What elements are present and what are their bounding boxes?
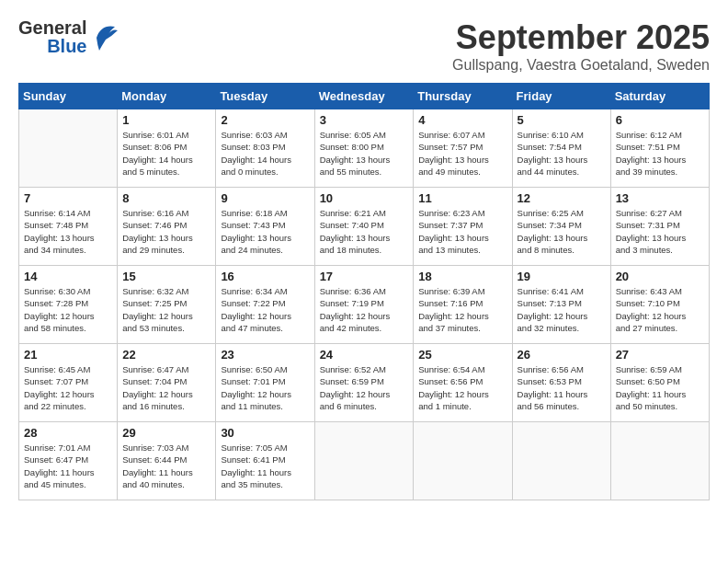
day-info: Sunrise: 6:01 AM Sunset: 8:06 PM Dayligh…: [122, 129, 210, 178]
day-number: 4: [418, 113, 506, 127]
day-info: Sunrise: 6:43 AM Sunset: 7:10 PM Dayligh…: [616, 285, 704, 334]
day-number: 19: [518, 270, 606, 283]
day-info: Sunrise: 6:05 AM Sunset: 8:00 PM Dayligh…: [320, 129, 409, 178]
day-info: Sunrise: 6:25 AM Sunset: 7:34 PM Dayligh…: [518, 207, 606, 256]
day-number: 13: [616, 191, 704, 205]
calendar-cell: 28Sunrise: 7:01 AM Sunset: 6:47 PM Dayli…: [19, 422, 118, 500]
calendar-cell: 21Sunrise: 6:45 AM Sunset: 7:07 PM Dayli…: [19, 344, 118, 422]
calendar-cell: 9Sunrise: 6:18 AM Sunset: 7:43 PM Daylig…: [216, 188, 314, 266]
day-info: Sunrise: 6:16 AM Sunset: 7:46 PM Dayligh…: [122, 207, 210, 256]
day-info: Sunrise: 6:52 AM Sunset: 6:59 PM Dayligh…: [320, 363, 409, 412]
day-info: Sunrise: 6:27 AM Sunset: 7:31 PM Dayligh…: [616, 207, 704, 256]
day-number: 27: [616, 348, 704, 362]
weekday-header-monday: Monday: [118, 84, 216, 109]
calendar-table: SundayMondayTuesdayWednesdayThursdayFrid…: [18, 83, 710, 500]
day-number: 14: [24, 270, 112, 283]
day-number: 1: [122, 113, 210, 127]
day-info: Sunrise: 6:14 AM Sunset: 7:48 PM Dayligh…: [24, 207, 112, 256]
calendar-cell: 24Sunrise: 6:52 AM Sunset: 6:59 PM Dayli…: [314, 344, 414, 422]
day-number: 6: [616, 113, 704, 127]
calendar-cell: 7Sunrise: 6:14 AM Sunset: 7:48 PM Daylig…: [19, 188, 118, 266]
calendar-cell: [512, 422, 610, 500]
day-info: Sunrise: 6:56 AM Sunset: 6:53 PM Dayligh…: [518, 363, 606, 412]
title-block: September 2025 Gullspang, Vaestra Goetal…: [452, 18, 710, 74]
calendar-cell: 12Sunrise: 6:25 AM Sunset: 7:34 PM Dayli…: [512, 188, 610, 266]
calendar-cell: 6Sunrise: 6:12 AM Sunset: 7:51 PM Daylig…: [610, 109, 709, 188]
calendar-cell: 18Sunrise: 6:39 AM Sunset: 7:16 PM Dayli…: [414, 266, 512, 344]
day-info: Sunrise: 6:34 AM Sunset: 7:22 PM Dayligh…: [221, 285, 309, 334]
logo-blue: Blue: [47, 37, 86, 55]
location-title: Gullspang, Vaestra Goetaland, Sweden: [452, 57, 710, 74]
calendar-cell: 4Sunrise: 6:07 AM Sunset: 7:57 PM Daylig…: [414, 109, 512, 188]
day-number: 28: [24, 426, 112, 440]
day-number: 24: [320, 348, 409, 362]
calendar-cell: 10Sunrise: 6:21 AM Sunset: 7:40 PM Dayli…: [314, 188, 414, 266]
calendar-cell: 11Sunrise: 6:23 AM Sunset: 7:37 PM Dayli…: [414, 188, 512, 266]
calendar-cell: 19Sunrise: 6:41 AM Sunset: 7:13 PM Dayli…: [512, 266, 610, 344]
day-info: Sunrise: 7:01 AM Sunset: 6:47 PM Dayligh…: [24, 442, 112, 490]
day-info: Sunrise: 6:12 AM Sunset: 7:51 PM Dayligh…: [616, 129, 704, 178]
day-info: Sunrise: 6:59 AM Sunset: 6:50 PM Dayligh…: [616, 363, 704, 412]
week-row-2: 7Sunrise: 6:14 AM Sunset: 7:48 PM Daylig…: [19, 188, 710, 266]
calendar-cell: 23Sunrise: 6:50 AM Sunset: 7:01 PM Dayli…: [216, 344, 314, 422]
day-number: 21: [24, 348, 112, 362]
calendar-cell: 26Sunrise: 6:56 AM Sunset: 6:53 PM Dayli…: [512, 344, 610, 422]
day-info: Sunrise: 6:07 AM Sunset: 7:57 PM Dayligh…: [418, 129, 506, 178]
calendar-cell: 2Sunrise: 6:03 AM Sunset: 8:03 PM Daylig…: [216, 109, 314, 188]
weekday-header-friday: Friday: [512, 84, 610, 109]
day-number: 12: [518, 191, 606, 205]
calendar-cell: 22Sunrise: 6:47 AM Sunset: 7:04 PM Dayli…: [118, 344, 216, 422]
weekday-header-tuesday: Tuesday: [216, 84, 314, 109]
day-number: 5: [518, 113, 606, 127]
day-info: Sunrise: 6:50 AM Sunset: 7:01 PM Dayligh…: [221, 363, 309, 412]
day-number: 11: [418, 191, 506, 205]
day-info: Sunrise: 7:03 AM Sunset: 6:44 PM Dayligh…: [122, 442, 210, 490]
calendar-cell: 30Sunrise: 7:05 AM Sunset: 6:41 PM Dayli…: [216, 422, 314, 500]
calendar-cell: 13Sunrise: 6:27 AM Sunset: 7:31 PM Dayli…: [610, 188, 709, 266]
logo-bird-icon: [92, 19, 119, 55]
day-info: Sunrise: 6:23 AM Sunset: 7:37 PM Dayligh…: [418, 207, 506, 256]
calendar-cell: [610, 422, 709, 500]
day-number: 9: [221, 191, 309, 205]
day-number: 10: [320, 191, 409, 205]
day-number: 30: [221, 426, 309, 440]
day-info: Sunrise: 6:41 AM Sunset: 7:13 PM Dayligh…: [518, 285, 606, 334]
week-row-3: 14Sunrise: 6:30 AM Sunset: 7:28 PM Dayli…: [19, 266, 710, 344]
calendar-cell: 20Sunrise: 6:43 AM Sunset: 7:10 PM Dayli…: [610, 266, 709, 344]
calendar-cell: 8Sunrise: 6:16 AM Sunset: 7:46 PM Daylig…: [118, 188, 216, 266]
calendar-cell: [414, 422, 512, 500]
calendar-cell: [314, 422, 414, 500]
weekday-header-thursday: Thursday: [414, 84, 512, 109]
logo-general: General: [18, 18, 86, 37]
day-number: 26: [518, 348, 606, 362]
day-number: 18: [418, 270, 506, 283]
day-number: 22: [122, 348, 210, 362]
day-info: Sunrise: 6:30 AM Sunset: 7:28 PM Dayligh…: [24, 285, 112, 334]
day-number: 8: [122, 191, 210, 205]
calendar-cell: 16Sunrise: 6:34 AM Sunset: 7:22 PM Dayli…: [216, 266, 314, 344]
logo: General Blue: [18, 18, 119, 55]
calendar-cell: 25Sunrise: 6:54 AM Sunset: 6:56 PM Dayli…: [414, 344, 512, 422]
day-number: 29: [122, 426, 210, 440]
day-info: Sunrise: 6:03 AM Sunset: 8:03 PM Dayligh…: [221, 129, 309, 178]
week-row-4: 21Sunrise: 6:45 AM Sunset: 7:07 PM Dayli…: [19, 344, 710, 422]
calendar-cell: 15Sunrise: 6:32 AM Sunset: 7:25 PM Dayli…: [118, 266, 216, 344]
weekday-header-sunday: Sunday: [19, 84, 118, 109]
day-number: 25: [418, 348, 506, 362]
calendar-cell: 17Sunrise: 6:36 AM Sunset: 7:19 PM Dayli…: [314, 266, 414, 344]
day-number: 3: [320, 113, 409, 127]
day-info: Sunrise: 6:47 AM Sunset: 7:04 PM Dayligh…: [122, 363, 210, 412]
calendar-cell: [19, 109, 118, 188]
calendar-cell: 3Sunrise: 6:05 AM Sunset: 8:00 PM Daylig…: [314, 109, 414, 188]
day-info: Sunrise: 6:10 AM Sunset: 7:54 PM Dayligh…: [518, 129, 606, 178]
week-row-1: 1Sunrise: 6:01 AM Sunset: 8:06 PM Daylig…: [19, 109, 710, 188]
calendar-cell: 5Sunrise: 6:10 AM Sunset: 7:54 PM Daylig…: [512, 109, 610, 188]
day-number: 2: [221, 113, 309, 127]
day-info: Sunrise: 6:39 AM Sunset: 7:16 PM Dayligh…: [418, 285, 506, 334]
day-number: 17: [320, 270, 409, 283]
day-info: Sunrise: 6:32 AM Sunset: 7:25 PM Dayligh…: [122, 285, 210, 334]
day-info: Sunrise: 6:45 AM Sunset: 7:07 PM Dayligh…: [24, 363, 112, 412]
calendar-cell: 14Sunrise: 6:30 AM Sunset: 7:28 PM Dayli…: [19, 266, 118, 344]
day-number: 23: [221, 348, 309, 362]
calendar-cell: 27Sunrise: 6:59 AM Sunset: 6:50 PM Dayli…: [610, 344, 709, 422]
